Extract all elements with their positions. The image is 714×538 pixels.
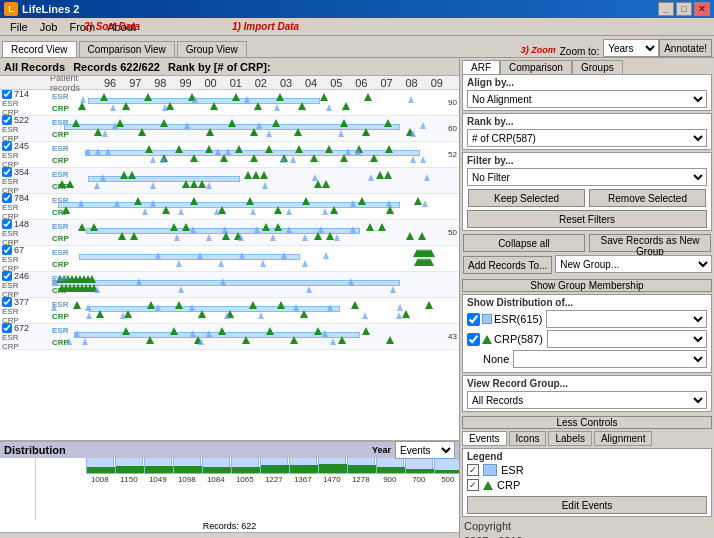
- record-checkbox-row[interactable]: 67: [2, 245, 50, 255]
- record-checkbox-row[interactable]: 354: [2, 167, 50, 177]
- crp-triangle-event: [310, 154, 318, 162]
- esr-triangle-event: [162, 104, 168, 111]
- esr-triangle-event: [306, 286, 312, 293]
- dist-none-select[interactable]: [513, 350, 707, 368]
- crp-triangle-event: [182, 223, 190, 231]
- record-checkbox-row[interactable]: 246: [2, 271, 50, 281]
- esr-triangle-event: [176, 260, 182, 267]
- crp-triangle-event: [78, 223, 86, 231]
- less-controls-button[interactable]: Less Controls: [462, 416, 712, 429]
- record-id: 522ESRCRP: [0, 115, 50, 143]
- record-checkbox-row[interactable]: 148: [2, 219, 50, 229]
- tab-record-view[interactable]: Record View: [2, 41, 77, 57]
- tab-events[interactable]: Events: [462, 431, 507, 446]
- crp-triangle-event: [340, 154, 348, 162]
- esr-triangle-event: [215, 148, 221, 155]
- legend-esr-checkbox[interactable]: ✓: [467, 464, 479, 476]
- record-timeline: ESRCRP: [50, 168, 459, 193]
- annotate-button[interactable]: Annotate!: [659, 39, 712, 57]
- distribution-chart: 1008115010491098108410651227136714701278…: [36, 458, 459, 484]
- dist-esr-checkbox[interactable]: [467, 313, 480, 326]
- rank-label: Rank by...: [467, 116, 707, 127]
- esr-triangle-event: [82, 338, 88, 345]
- tab-comparison-view[interactable]: Comparison View: [79, 41, 175, 57]
- close-button[interactable]: ✕: [694, 2, 710, 16]
- dist-bar-crp: [319, 464, 347, 473]
- tab-icons[interactable]: Icons: [509, 431, 547, 446]
- dist-esr-select[interactable]: [546, 310, 707, 328]
- save-group-button[interactable]: Save Records as New Group: [589, 234, 711, 252]
- view-record-select[interactable]: All Records: [467, 391, 707, 409]
- align-select[interactable]: No Alignment: [467, 90, 707, 108]
- app-title: LifeLines 2: [22, 3, 79, 15]
- crp-triangle-event: [406, 232, 414, 240]
- minimize-button[interactable]: _: [658, 2, 674, 16]
- crp-triangle-event: [78, 102, 86, 110]
- record-checkbox-row[interactable]: 672: [2, 323, 50, 333]
- dist-crp-select[interactable]: [547, 330, 707, 348]
- esr-label: ESR: [52, 274, 68, 283]
- dist-crp-checkbox[interactable]: [467, 333, 480, 346]
- tab-arf[interactable]: ARF: [462, 60, 500, 74]
- esr-triangle-event: [397, 304, 403, 311]
- new-group-select[interactable]: New Group...: [555, 255, 712, 273]
- crp-triangle-event: [290, 336, 298, 344]
- crp-label: CRP: [52, 130, 69, 139]
- remove-selected-button[interactable]: Remove Selected: [589, 189, 706, 207]
- tab-groups[interactable]: Groups: [572, 60, 623, 74]
- tab-group-view[interactable]: Group View: [177, 41, 247, 57]
- add-records-button[interactable]: Add Records To...: [463, 256, 552, 274]
- annotation-zoom: 3) Zoom: [521, 45, 556, 55]
- esr-label: ESR: [52, 144, 68, 153]
- crp-triangle-event: [144, 93, 152, 101]
- record-checkbox-row[interactable]: 377: [2, 297, 50, 307]
- crp-triangle-event: [246, 197, 254, 205]
- crp-label: CRP: [52, 286, 69, 295]
- filter-select[interactable]: No Filter: [467, 168, 707, 186]
- menu-file[interactable]: File: [4, 20, 34, 34]
- zoom-label: Zoom to:: [560, 46, 599, 57]
- esr-triangle-event: [206, 234, 212, 241]
- year-09: 09: [431, 77, 443, 89]
- crp-triangle-event: [160, 119, 168, 127]
- record-checkbox-row[interactable]: 522: [2, 115, 50, 125]
- collapse-all-button[interactable]: Collapse all: [463, 234, 585, 252]
- menu-job[interactable]: Job: [34, 20, 64, 34]
- maximize-button[interactable]: □: [676, 2, 692, 16]
- crp-triangle-event: [314, 327, 322, 335]
- record-checkbox-row[interactable]: 714: [2, 90, 50, 99]
- crp-triangle-event: [249, 301, 257, 309]
- distribution-bar-label: 1227: [265, 475, 283, 484]
- record-checkbox-row[interactable]: 784: [2, 193, 50, 203]
- crp-triangle-event: [170, 327, 178, 335]
- zoom-select[interactable]: Years Months Days: [603, 39, 659, 57]
- year-99: 99: [179, 77, 191, 89]
- dist-bar-total: [202, 458, 230, 474]
- right-panel: ARF Comparison Groups Align by... No Ali…: [460, 58, 714, 538]
- esr-triangle-event: [345, 148, 351, 155]
- edit-events-button[interactable]: Edit Events: [467, 496, 707, 514]
- esr-triangle-event: [102, 130, 108, 137]
- crp-triangle-event: [146, 336, 154, 344]
- year-08: 08: [406, 77, 418, 89]
- window-controls[interactable]: _ □ ✕: [658, 2, 710, 16]
- distribution-bar-label: 1008: [91, 475, 109, 484]
- crp-triangle-event: [342, 102, 350, 110]
- tab-comparison[interactable]: Comparison: [500, 60, 572, 74]
- show-group-button[interactable]: Show Group Membership: [462, 279, 712, 292]
- keep-selected-button[interactable]: Keep Selected: [468, 189, 585, 207]
- record-checkbox-row[interactable]: 245: [2, 141, 50, 151]
- record-id: 714ESRCRP: [0, 90, 50, 117]
- tab-alignment[interactable]: Alignment: [594, 431, 652, 446]
- crp-triangle-event: [300, 310, 308, 318]
- reset-filters-button[interactable]: Reset Filters: [467, 210, 707, 228]
- rank-select[interactable]: # of CRP(587): [467, 129, 707, 147]
- crp-triangle-event: [138, 128, 146, 136]
- legend-crp-checkbox[interactable]: ✓: [467, 479, 479, 491]
- distribution-type-select[interactable]: Events: [395, 441, 455, 459]
- record-timeline: 90ESRCRP: [50, 90, 459, 115]
- esr-label: ESR: [52, 248, 68, 257]
- tab-labels[interactable]: Labels: [548, 431, 591, 446]
- esr-triangle-event: [100, 174, 106, 181]
- esr-triangle-event: [260, 260, 266, 267]
